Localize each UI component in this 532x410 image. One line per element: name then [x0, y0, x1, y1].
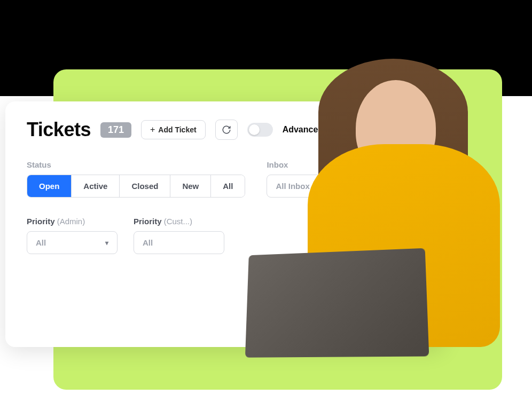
plus-icon: +: [150, 125, 155, 135]
toggle-knob: [249, 124, 260, 135]
status-label: Status: [27, 160, 245, 169]
add-ticket-button[interactable]: + Add Ticket: [141, 120, 206, 139]
advanced-filter-toggle[interactable]: [247, 123, 273, 137]
ticket-count-badge: 171: [100, 122, 131, 138]
priority-admin-group: Priority (Admin) All ▾: [27, 217, 118, 254]
status-segmented-control: Open Active Closed New All: [27, 175, 245, 198]
chevron-down-icon: ▾: [105, 239, 108, 247]
advanced-filter-label: Advanced Filter: [283, 125, 347, 135]
status-option-closed[interactable]: Closed: [120, 175, 170, 197]
priority-customer-value: All: [143, 238, 153, 247]
filters-row-1: Status Open Active Closed New All Inbox …: [27, 160, 422, 198]
inbox-select[interactable]: All Inbox: [267, 175, 347, 198]
inbox-filter-group: Inbox All Inbox: [267, 160, 347, 198]
priority-customer-group: Priority (Cust...) All: [134, 217, 224, 254]
refresh-button[interactable]: [215, 120, 238, 140]
filters-row-2: Priority (Admin) All ▾ Priority (Cust...…: [27, 217, 422, 254]
priority-admin-label: Priority (Admin): [27, 217, 118, 226]
inbox-label: Inbox: [267, 160, 347, 169]
refresh-icon: [222, 125, 231, 135]
panel-header: Tickets 171 + Add Ticket Advanced Filter: [27, 119, 422, 141]
page-title: Tickets: [27, 119, 91, 141]
status-option-new[interactable]: New: [170, 175, 211, 197]
priority-customer-label: Priority (Cust...): [134, 217, 224, 226]
priority-admin-select[interactable]: All ▾: [27, 231, 118, 254]
laptop-illustration: [244, 250, 436, 367]
add-ticket-label: Add Ticket: [158, 125, 196, 134]
priority-customer-select[interactable]: All: [134, 231, 224, 254]
status-option-active[interactable]: Active: [72, 175, 120, 197]
priority-admin-value: All: [36, 238, 46, 247]
status-filter-group: Status Open Active Closed New All: [27, 160, 245, 198]
inbox-select-value: All Inbox: [276, 182, 309, 191]
status-option-all[interactable]: All: [211, 175, 245, 197]
status-option-open[interactable]: Open: [27, 175, 72, 197]
